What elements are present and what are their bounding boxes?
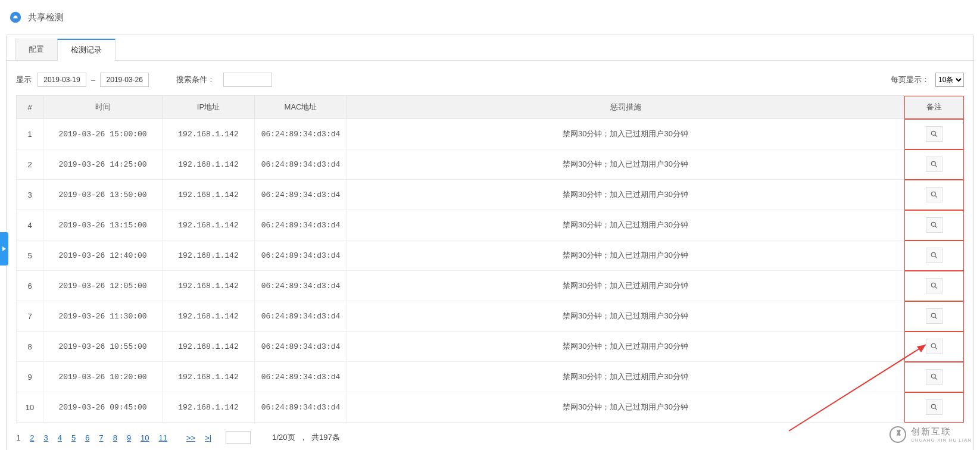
cell-time: 2019-03-26 09:45:00 bbox=[43, 392, 163, 423]
watermark-text: 创新互联 bbox=[911, 426, 951, 436]
table-row: 32019-03-26 13:50:00192.168.1.14206:24:8… bbox=[17, 180, 964, 210]
col-time: 时间 bbox=[43, 96, 163, 119]
page-current: 1 bbox=[16, 433, 20, 442]
detail-button[interactable] bbox=[926, 187, 942, 202]
search-input[interactable] bbox=[223, 73, 272, 87]
page-link[interactable]: 9 bbox=[127, 433, 131, 442]
cell-time: 2019-03-26 14:25:00 bbox=[43, 149, 163, 180]
cell-idx: 8 bbox=[17, 332, 43, 362]
page-link[interactable]: 8 bbox=[113, 433, 117, 442]
page-link[interactable]: 4 bbox=[58, 433, 62, 442]
page-link[interactable]: 11 bbox=[159, 433, 167, 442]
svg-point-5 bbox=[931, 192, 935, 196]
cell-idx: 7 bbox=[17, 301, 43, 332]
display-label: 显示 bbox=[16, 74, 32, 85]
svg-point-7 bbox=[931, 222, 935, 226]
detail-button[interactable] bbox=[926, 339, 942, 354]
filter-bar: 显示 – 搜索条件： 每页显示： 10条 bbox=[7, 61, 973, 95]
col-penalty: 惩罚措施 bbox=[347, 96, 904, 119]
svg-line-12 bbox=[935, 287, 937, 289]
page-header: 共享检测 bbox=[6, 0, 974, 35]
cell-ip: 192.168.1.142 bbox=[163, 271, 255, 301]
cell-penalty: 禁网30分钟；加入已过期用户30分钟 bbox=[347, 240, 904, 271]
detail-button[interactable] bbox=[926, 308, 942, 324]
svg-point-13 bbox=[931, 313, 935, 317]
svg-point-17 bbox=[931, 374, 935, 378]
page-input[interactable] bbox=[226, 431, 251, 444]
table-row: 82019-03-26 10:55:00192.168.1.14206:24:8… bbox=[17, 332, 964, 362]
cell-penalty: 禁网30分钟；加入已过期用户30分钟 bbox=[347, 392, 904, 423]
table-row: 22019-03-26 14:25:00192.168.1.14206:24:8… bbox=[17, 149, 964, 180]
cell-note bbox=[904, 332, 964, 362]
svg-point-11 bbox=[931, 283, 935, 287]
cell-idx: 2 bbox=[17, 149, 43, 180]
cell-ip: 192.168.1.142 bbox=[163, 362, 255, 392]
svg-line-10 bbox=[935, 257, 937, 258]
table-row: 72019-03-26 11:30:00192.168.1.14206:24:8… bbox=[17, 301, 964, 332]
page-link[interactable]: 5 bbox=[71, 433, 76, 442]
page-link[interactable]: 7 bbox=[99, 433, 103, 442]
svg-point-15 bbox=[931, 343, 935, 348]
cell-ip: 192.168.1.142 bbox=[163, 180, 255, 210]
detail-button[interactable] bbox=[926, 369, 942, 385]
tabs: 配置 检测记录 bbox=[7, 35, 973, 61]
page-summary: 1/20页 ， 共197条 bbox=[272, 432, 339, 443]
cell-idx: 10 bbox=[17, 392, 43, 423]
tab-config[interactable]: 配置 bbox=[15, 39, 58, 60]
side-expand-tab[interactable] bbox=[0, 232, 8, 265]
svg-line-8 bbox=[935, 226, 937, 228]
cell-note bbox=[904, 180, 964, 210]
page-link[interactable]: 3 bbox=[43, 433, 48, 442]
cell-mac: 06:24:89:34:d3:d4 bbox=[255, 392, 347, 423]
detail-button[interactable] bbox=[926, 217, 942, 233]
tab-records[interactable]: 检测记录 bbox=[57, 39, 116, 60]
per-page-label: 每页显示： bbox=[891, 74, 929, 85]
cell-mac: 06:24:89:34:d3:d4 bbox=[255, 332, 347, 362]
cell-mac: 06:24:89:34:d3:d4 bbox=[255, 180, 347, 210]
svg-point-1 bbox=[931, 131, 935, 135]
cell-note bbox=[904, 210, 964, 240]
col-note: 备注 bbox=[904, 96, 964, 119]
cell-penalty: 禁网30分钟；加入已过期用户30分钟 bbox=[347, 210, 904, 240]
page-link[interactable]: 6 bbox=[85, 433, 89, 442]
col-mac: MAC地址 bbox=[255, 96, 347, 119]
cell-mac: 06:24:89:34:d3:d4 bbox=[255, 210, 347, 240]
page-last[interactable]: >| bbox=[205, 433, 211, 442]
cell-penalty: 禁网30分钟；加入已过期用户30分钟 bbox=[347, 332, 904, 362]
table-row: 42019-03-26 13:15:00192.168.1.14206:24:8… bbox=[17, 210, 964, 240]
cell-note bbox=[904, 362, 964, 392]
page-next[interactable]: >> bbox=[186, 433, 195, 442]
cell-mac: 06:24:89:34:d3:d4 bbox=[255, 301, 347, 332]
page-link[interactable]: 2 bbox=[30, 433, 34, 442]
table-row: 92019-03-26 10:20:00192.168.1.14206:24:8… bbox=[17, 362, 964, 392]
cell-note bbox=[904, 301, 964, 332]
detail-button[interactable] bbox=[926, 399, 942, 415]
cell-idx: 4 bbox=[17, 210, 43, 240]
cell-time: 2019-03-26 13:50:00 bbox=[43, 180, 163, 210]
cell-mac: 06:24:89:34:d3:d4 bbox=[255, 149, 347, 180]
svg-line-6 bbox=[935, 196, 937, 198]
svg-point-3 bbox=[931, 161, 935, 165]
page-title: 共享检测 bbox=[28, 12, 64, 23]
cell-note bbox=[904, 149, 964, 180]
date-to-input[interactable] bbox=[100, 73, 149, 87]
table-row: 12019-03-26 15:00:00192.168.1.14206:24:8… bbox=[17, 119, 964, 149]
cell-penalty: 禁网30分钟；加入已过期用户30分钟 bbox=[347, 149, 904, 180]
per-page-select[interactable]: 10条 bbox=[935, 73, 964, 87]
app-icon bbox=[9, 11, 22, 24]
svg-point-9 bbox=[931, 252, 935, 257]
page-link[interactable]: 10 bbox=[141, 433, 149, 442]
detail-button[interactable] bbox=[926, 278, 942, 293]
cell-ip: 192.168.1.142 bbox=[163, 301, 255, 332]
cell-penalty: 禁网30分钟；加入已过期用户30分钟 bbox=[347, 180, 904, 210]
svg-line-2 bbox=[935, 135, 937, 137]
cell-idx: 5 bbox=[17, 240, 43, 271]
detail-button[interactable] bbox=[926, 248, 942, 263]
svg-line-18 bbox=[935, 378, 937, 380]
detail-button[interactable] bbox=[926, 126, 942, 142]
watermark: 创新互联 CHUANG XIN HU LIAN bbox=[890, 426, 972, 443]
cell-idx: 1 bbox=[17, 119, 43, 149]
cell-note bbox=[904, 119, 964, 149]
detail-button[interactable] bbox=[926, 157, 942, 172]
date-from-input[interactable] bbox=[38, 73, 86, 87]
